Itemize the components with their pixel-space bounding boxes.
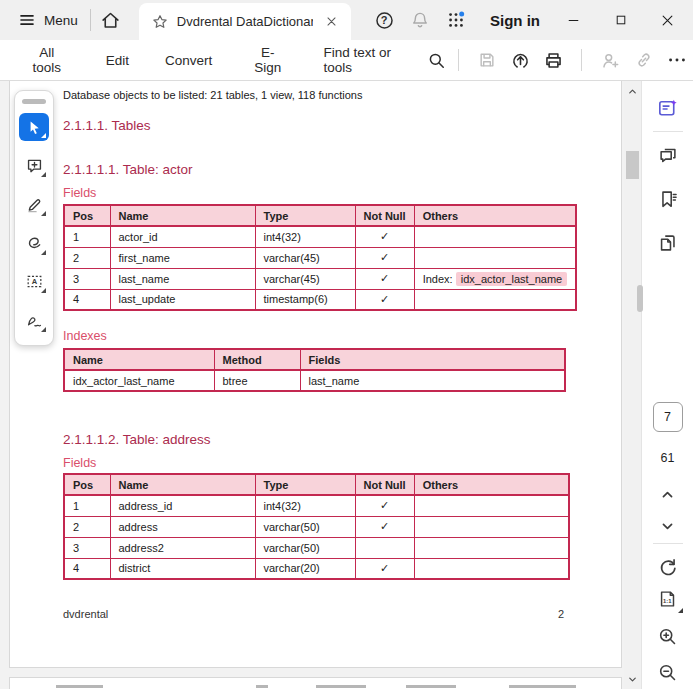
sign-in-button[interactable]: Sign in <box>480 12 550 29</box>
column-header: Name <box>110 205 255 226</box>
add-comment-tool-button[interactable] <box>19 151 49 180</box>
panel-drag-handle[interactable] <box>22 99 46 104</box>
zoom-in-button[interactable] <box>651 621 685 651</box>
next-pdf-page <box>9 677 622 689</box>
titlebar-right: ? Sign in <box>366 0 693 40</box>
scroll-down-button[interactable] <box>624 671 641 687</box>
select-tool-button[interactable] <box>19 113 49 142</box>
zoom-in-icon <box>657 626 678 647</box>
table-cell: 2 <box>64 247 110 268</box>
header-row: PosNameTypeNot NullOthers <box>64 474 569 495</box>
previous-page-button[interactable] <box>651 479 685 509</box>
notifications-button[interactable] <box>402 0 438 40</box>
table-cell <box>414 516 569 537</box>
tab-close-button[interactable] <box>321 11 343 33</box>
page-zoom-preset-button[interactable]: 1:1 <box>651 584 685 614</box>
column-header: Pos <box>64 474 110 495</box>
star-icon[interactable] <box>151 13 169 31</box>
table-cell: 1 <box>64 226 110 247</box>
find-text-control[interactable]: Find text or tools <box>323 45 446 75</box>
table-cell <box>355 537 414 558</box>
add-user-button[interactable] <box>594 45 627 75</box>
page-number-input[interactable] <box>653 402 683 432</box>
table-cell: varchar(20) <box>255 558 355 579</box>
table-row: 3address2varchar(50) <box>64 537 569 558</box>
table-cell: ✓ <box>355 558 414 579</box>
table-cell: last_update <box>110 289 255 310</box>
maximize-button[interactable] <box>597 0 644 40</box>
edit-button[interactable]: Edit <box>98 47 137 74</box>
table-cell <box>414 495 569 516</box>
next-page-button[interactable] <box>651 511 685 541</box>
link-button[interactable] <box>627 45 660 75</box>
zoom-out-button[interactable] <box>651 657 685 687</box>
table-cell <box>414 226 576 247</box>
rotate-page-button[interactable] <box>651 551 685 581</box>
table-cell: int4(32) <box>255 495 355 516</box>
minimize-button[interactable] <box>550 0 597 40</box>
esign-button[interactable]: E-Sign <box>240 39 295 81</box>
index-name-chip: idx_actor_last_name <box>456 272 568 286</box>
link-icon <box>634 50 654 70</box>
chevron-down-icon <box>660 519 675 534</box>
table-cell: varchar(45) <box>255 247 355 268</box>
document-scrollbar[interactable] <box>624 81 641 689</box>
titlebar-left: Menu Dvdrental DataDictionar… <box>0 0 351 40</box>
pages-panel-button[interactable] <box>651 228 685 258</box>
table-cell: 1 <box>64 495 110 516</box>
print-button[interactable] <box>537 45 570 75</box>
more-options-button[interactable] <box>660 45 693 75</box>
table-cell: Index: idx_actor_last_name <box>414 268 576 289</box>
panel-resize-handle[interactable] <box>637 285 643 312</box>
next-page-content-sliver <box>316 685 366 688</box>
titlebar: Menu Dvdrental DataDictionar… ? <box>0 0 693 40</box>
bookmarks-panel-button[interactable] <box>651 184 685 214</box>
close-button[interactable] <box>644 0 691 40</box>
comments-panel-button[interactable] <box>651 140 685 170</box>
right-panel-divider <box>653 543 683 544</box>
menu-button[interactable]: Menu <box>0 0 90 40</box>
highlight-tool-button[interactable] <box>19 190 49 219</box>
page-total-count: 61 <box>642 451 693 465</box>
scrollbar-thumb[interactable] <box>626 151 639 179</box>
table-cell <box>414 558 569 579</box>
edit-text-tool-button[interactable]: A <box>19 268 49 297</box>
comments-icon <box>657 144 679 166</box>
table-cell: int4(32) <box>255 226 355 247</box>
draw-tool-button[interactable] <box>19 229 49 258</box>
add-user-icon <box>600 50 621 71</box>
help-icon: ? <box>381 14 388 26</box>
save-button[interactable] <box>471 45 504 75</box>
table-cell: last_name <box>110 268 255 289</box>
footer-doc-name: dvdrental <box>63 608 108 620</box>
help-button[interactable]: ? <box>366 0 402 40</box>
home-button[interactable] <box>91 0 131 40</box>
convert-button[interactable]: Convert <box>157 47 220 74</box>
bell-icon <box>410 10 430 30</box>
column-header: Name <box>110 474 255 495</box>
pdf-page: Database objects to be listed: 21 tables… <box>9 81 622 668</box>
table-row: 2first_namevarchar(45)✓ <box>64 247 576 268</box>
table-cell: last_name <box>300 370 565 391</box>
column-header: Fields <box>300 349 565 370</box>
all-tools-button[interactable]: All tools <box>16 39 78 81</box>
find-label: Find text or tools <box>323 45 419 75</box>
table-cell: first_name <box>110 247 255 268</box>
fill-sign-tool-button[interactable] <box>19 306 49 335</box>
apps-grid-icon <box>446 10 466 30</box>
table-cell: ✓ <box>355 289 414 310</box>
highlighter-icon <box>25 195 44 214</box>
share-upload-button[interactable] <box>504 45 537 75</box>
next-page-content-sliver <box>56 685 103 688</box>
document-tab[interactable]: Dvdrental DataDictionar… <box>139 3 351 40</box>
table-row: 1actor_idint4(32)✓ <box>64 226 576 247</box>
hamburger-icon <box>18 11 36 29</box>
scroll-up-button[interactable] <box>624 83 641 99</box>
table-cell: address <box>110 516 255 537</box>
section-heading-tables: 2.1.1.1. Tables <box>63 118 151 133</box>
actual-size-icon: 1:1 <box>657 588 679 610</box>
table-cell: actor_id <box>110 226 255 247</box>
app-launcher-button[interactable] <box>438 0 474 40</box>
ai-assistant-button[interactable] <box>651 93 685 123</box>
right-panel-divider <box>653 131 683 132</box>
